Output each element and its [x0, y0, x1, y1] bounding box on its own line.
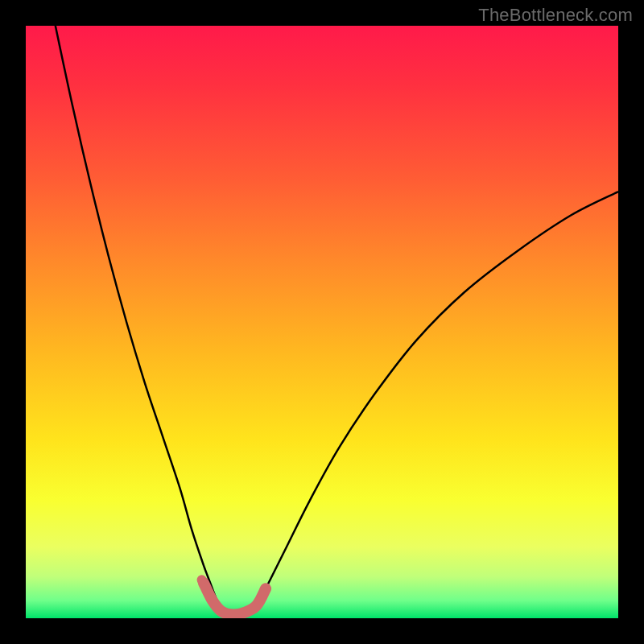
chart-frame: TheBottleneck.com: [0, 0, 644, 644]
curve-svg-path: [56, 26, 618, 615]
watermark-text: TheBottleneck.com: [478, 5, 633, 26]
curve-layer: [26, 26, 618, 618]
plot-area: [26, 26, 618, 618]
curve-bottom-dot: [197, 575, 207, 584]
